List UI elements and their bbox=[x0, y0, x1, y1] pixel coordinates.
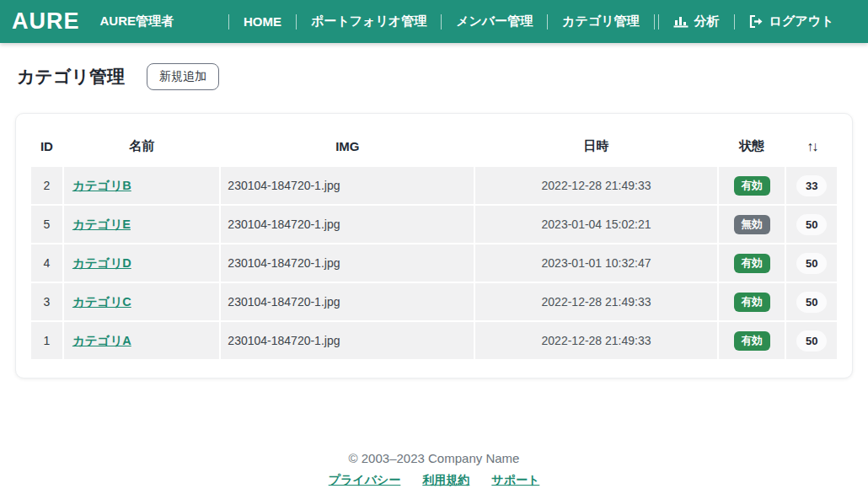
table-row: 3 カテゴリC 230104-184720-1.jpg 2022-12-28 2… bbox=[31, 283, 837, 320]
category-link[interactable]: カテゴリC bbox=[72, 295, 131, 309]
category-link[interactable]: カテゴリD bbox=[72, 256, 131, 270]
page-header: カテゴリ管理 新規追加 bbox=[0, 43, 868, 90]
sort-order-value: 50 bbox=[796, 214, 827, 235]
cell-datetime: 2023-01-01 10:32:47 bbox=[475, 244, 717, 282]
table-row: 1 カテゴリA 230104-184720-1.jpg 2022-12-28 2… bbox=[31, 322, 837, 359]
cell-datetime: 2022-12-28 21:49:33 bbox=[475, 283, 717, 320]
cell-id: 5 bbox=[31, 206, 62, 243]
col-header-id: ID bbox=[31, 126, 62, 165]
sort-order-value: 50 bbox=[796, 253, 827, 274]
cell-datetime: 2023-01-04 15:02:21 bbox=[475, 206, 717, 243]
category-link[interactable]: カテゴリB bbox=[72, 179, 131, 192]
table-row: 4 カテゴリD 230104-184720-1.jpg 2023-01-01 1… bbox=[31, 244, 837, 282]
cell-id: 4 bbox=[31, 244, 62, 282]
nav-item-members[interactable]: メンバー管理 bbox=[456, 13, 533, 30]
status-badge: 有効 bbox=[734, 331, 770, 351]
table-header-row: ID 名前 IMG 日時 状態 ↑↓ bbox=[31, 126, 837, 165]
nav-divider bbox=[441, 14, 442, 30]
nav-item-portfolio[interactable]: ポートフォリオ管理 bbox=[311, 13, 426, 30]
bar-chart-icon bbox=[673, 15, 689, 28]
add-new-button[interactable]: 新規追加 bbox=[147, 63, 219, 90]
page-title: カテゴリ管理 bbox=[17, 65, 125, 89]
status-badge: 有効 bbox=[734, 254, 770, 273]
cell-id: 3 bbox=[31, 283, 62, 320]
status-badge: 有効 bbox=[734, 293, 770, 312]
nav-item-label: 分析 bbox=[694, 13, 720, 30]
table-row: 5 カテゴリE 230104-184720-1.jpg 2023-01-04 1… bbox=[31, 206, 837, 243]
footer-link-support[interactable]: サポート bbox=[491, 473, 539, 488]
page-footer: © 2003–2023 Company Name プライバシー 利用規約 サポー… bbox=[0, 451, 868, 488]
logout-icon bbox=[749, 15, 764, 28]
footer-link-privacy[interactable]: プライバシー bbox=[329, 473, 401, 488]
nav-menu: HOME ポートフォリオ管理 メンバー管理 カテゴリ管理 bbox=[214, 13, 833, 30]
nav-item-label: カテゴリ管理 bbox=[562, 13, 639, 30]
nav-item-home[interactable]: HOME bbox=[244, 14, 281, 29]
col-header-datetime: 日時 bbox=[475, 126, 717, 165]
nav-item-logout[interactable]: ログアウト bbox=[749, 13, 834, 30]
footer-link-terms[interactable]: 利用規約 bbox=[422, 473, 469, 488]
sort-order-value: 50 bbox=[796, 292, 827, 313]
nav-divider bbox=[228, 14, 229, 30]
col-header-status: 状態 bbox=[719, 126, 785, 165]
category-link[interactable]: カテゴリA bbox=[72, 334, 131, 347]
sort-order-value: 50 bbox=[796, 330, 827, 352]
nav-item-analytics[interactable]: 分析 bbox=[673, 13, 720, 30]
category-table-card: ID 名前 IMG 日時 状態 ↑↓ 2 カテゴリB 230104-184720… bbox=[15, 113, 853, 379]
category-link[interactable]: カテゴリE bbox=[72, 217, 131, 231]
cell-img-filename: 230104-184720-1.jpg bbox=[221, 244, 474, 282]
app-logo[interactable]: AURE bbox=[12, 8, 80, 35]
col-header-name: 名前 bbox=[64, 126, 219, 165]
table-row: 2 カテゴリB 230104-184720-1.jpg 2022-12-28 2… bbox=[31, 167, 837, 204]
nav-item-label: メンバー管理 bbox=[456, 13, 533, 30]
sort-arrows-icon[interactable]: ↑↓ bbox=[786, 126, 837, 165]
nav-item-label: HOME bbox=[244, 14, 281, 29]
cell-img-filename: 230104-184720-1.jpg bbox=[221, 167, 474, 204]
cell-id: 1 bbox=[31, 322, 62, 359]
status-badge: 有効 bbox=[734, 176, 770, 196]
nav-divider bbox=[296, 14, 297, 30]
cell-datetime: 2022-12-28 21:49:33 bbox=[475, 322, 717, 359]
nav-divider bbox=[658, 14, 659, 30]
nav-divider bbox=[547, 14, 548, 30]
top-navbar: AURE AURE管理者 HOME ポートフォリオ管理 メンバー管理 カテゴリ管… bbox=[0, 0, 868, 43]
nav-item-label: ログアウト bbox=[769, 13, 834, 30]
nav-divider bbox=[734, 14, 735, 30]
status-badge: 無効 bbox=[734, 215, 770, 234]
cell-img-filename: 230104-184720-1.jpg bbox=[221, 283, 474, 320]
copyright-text: © 2003–2023 Company Name bbox=[0, 451, 868, 465]
category-table: ID 名前 IMG 日時 状態 ↑↓ 2 カテゴリB 230104-184720… bbox=[29, 124, 839, 361]
nav-item-categories[interactable]: カテゴリ管理 bbox=[562, 13, 639, 30]
cell-datetime: 2022-12-28 21:49:33 bbox=[475, 167, 717, 204]
logged-in-user-label: AURE管理者 bbox=[100, 13, 174, 30]
cell-img-filename: 230104-184720-1.jpg bbox=[221, 206, 474, 243]
cell-id: 2 bbox=[31, 167, 62, 204]
nav-divider bbox=[654, 14, 655, 30]
sort-order-value: 33 bbox=[796, 175, 827, 196]
footer-links: プライバシー 利用規約 サポート bbox=[0, 473, 868, 488]
nav-double-divider bbox=[652, 14, 661, 30]
col-header-img: IMG bbox=[221, 126, 474, 165]
nav-item-label: ポートフォリオ管理 bbox=[311, 13, 426, 30]
cell-img-filename: 230104-184720-1.jpg bbox=[221, 322, 474, 359]
